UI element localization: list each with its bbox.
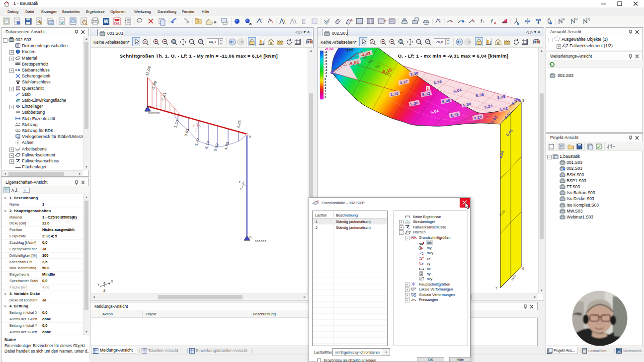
svg-text:A: A <box>11 188 14 193</box>
svg-text:x: x <box>200 120 202 123</box>
svg-text:Q: Q <box>588 18 590 21</box>
svg-text:xxxxxx: xxxxxx <box>148 111 160 115</box>
svg-text:x: x <box>494 20 496 25</box>
svg-text:9: 9 <box>249 135 251 139</box>
svg-text:W: W <box>104 19 109 24</box>
svg-text:X: X <box>111 280 113 283</box>
svg-text:-3: -3 <box>324 69 327 72</box>
svg-text:-7: -7 <box>324 57 327 60</box>
svg-text:1: 1 <box>427 86 429 91</box>
svg-text:PDF: PDF <box>114 21 120 24</box>
svg-text:8: 8 <box>249 235 251 239</box>
svg-text:Y: Y <box>97 283 100 287</box>
svg-text:E: E <box>302 18 306 25</box>
svg-text:7: 7 <box>495 287 497 290</box>
svg-text:1: 1 <box>262 41 264 44</box>
svg-text:6: 6 <box>522 267 524 270</box>
svg-text:*: * <box>483 21 484 24</box>
svg-text:3: 3 <box>522 99 524 102</box>
svg-text:O. - Lf: 1 - mx min = -9,31 ma: O. - Lf: 1 - mx min = -9,31 max = 6,04 [… <box>398 53 509 59</box>
svg-text:xxxxxx: xxxxxx <box>255 239 267 242</box>
svg-text:5: 5 <box>334 74 336 78</box>
svg-text:M: M <box>575 18 578 21</box>
svg-text:Schnittgrößen Th. 1. O. - Lf:: Schnittgrößen Th. 1. O. - Lf: 1 - My min… <box>120 53 278 59</box>
svg-text:y: y <box>240 187 242 190</box>
svg-text:z: z <box>195 130 197 133</box>
svg-text:1: 1 <box>489 41 491 44</box>
svg-text:-6: -6 <box>324 60 327 63</box>
svg-text:N: N <box>563 18 565 21</box>
svg-text:+x: +x <box>344 64 347 67</box>
svg-text:f: f <box>491 19 493 24</box>
svg-text:Z: Z <box>103 289 105 292</box>
svg-text:f: f <box>481 19 483 24</box>
svg-text:z: z <box>239 180 241 183</box>
svg-text:y: y <box>193 124 195 127</box>
svg-text:-5: -5 <box>324 63 327 66</box>
svg-text:-2: -2 <box>324 72 327 74</box>
svg-text:-9,38: -9,38 <box>325 48 333 51</box>
